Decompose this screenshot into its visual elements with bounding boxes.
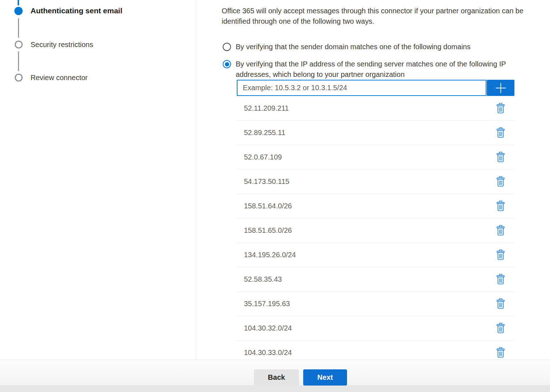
ip-value: 35.157.195.63 [244, 300, 290, 308]
trash-icon [496, 298, 505, 309]
ip-list-row: 52.11.209.211 [236, 96, 514, 121]
trash-icon [496, 200, 505, 212]
radio-option-label: By verifying that the IP address of the … [236, 59, 506, 79]
radio-option-label: By verifying that the sender domain matc… [236, 42, 471, 52]
delete-ip-button[interactable] [495, 248, 507, 262]
ip-value: 158.51.65.0/26 [244, 226, 292, 235]
ip-list-row: 52.89.255.11 [236, 121, 514, 145]
wizard-footer: Back Next [0, 360, 550, 392]
ip-list-row: 52.0.67.109 [236, 145, 514, 170]
delete-ip-button[interactable] [495, 126, 507, 140]
step-active-circle-icon [14, 7, 23, 15]
step-authenticating-sent-email: Authenticating sent email [31, 6, 123, 15]
wizard-stepper: Authenticating sent email Security restr… [0, 0, 196, 360]
trash-icon [496, 249, 505, 260]
stepper-connector-line [18, 18, 19, 38]
stepper-connector-line [18, 51, 19, 71]
delete-ip-button[interactable] [495, 199, 507, 213]
connector-wizard: Authenticating sent email Security restr… [0, 0, 550, 392]
ip-list-row: 158.51.65.0/26 [236, 218, 514, 243]
trash-icon [496, 323, 505, 334]
ip-list-row: 104.30.33.0/24 [236, 341, 514, 360]
step-circle-icon [15, 41, 23, 49]
intro-text: Office 365 will only accept messages thr… [222, 6, 550, 26]
back-button[interactable]: Back [254, 369, 299, 386]
radio-option-ip-address[interactable]: By verifying that the IP address of the … [223, 59, 506, 79]
ip-value: 52.58.35.43 [244, 275, 282, 283]
ip-list-row: 52.58.35.43 [236, 267, 514, 292]
step-review-connector: Review connector [31, 73, 88, 82]
step-circle-icon [15, 74, 23, 82]
ip-list-row: 54.173.50.115 [236, 170, 514, 194]
ip-value: 134.195.26.0/24 [244, 251, 296, 259]
trash-icon [496, 274, 505, 285]
ip-value: 52.89.255.11 [244, 129, 285, 137]
trash-icon [496, 127, 505, 138]
delete-ip-button[interactable] [495, 297, 507, 311]
delete-ip-button[interactable] [495, 101, 507, 115]
trash-icon [496, 176, 505, 187]
ip-list-row: 104.30.32.0/24 [236, 316, 514, 341]
add-ip-button[interactable] [487, 80, 514, 96]
ip-list-row: 158.51.64.0/26 [236, 194, 514, 218]
radio-option-sender-domain[interactable]: By verifying that the sender domain matc… [223, 42, 471, 52]
delete-ip-button[interactable] [495, 346, 507, 360]
wizard-content: Authenticating sent email Security restr… [0, 0, 550, 360]
step-content: Office 365 will only accept messages thr… [196, 0, 550, 360]
delete-ip-button[interactable] [495, 175, 507, 189]
ip-address-input[interactable] [237, 80, 486, 96]
delete-ip-button[interactable] [495, 223, 507, 237]
ip-value: 104.30.32.0/24 [244, 324, 292, 332]
radio-unselected-icon[interactable] [223, 43, 231, 51]
ip-value: 52.0.67.109 [244, 153, 282, 161]
trash-icon [496, 103, 505, 114]
stepper-completed-line [18, 0, 19, 5]
ip-value: 104.30.33.0/24 [244, 349, 292, 357]
delete-ip-button[interactable] [495, 150, 507, 164]
plus-icon [495, 82, 507, 94]
ip-address-list: 52.11.209.211 52.89.255.11 52. [236, 96, 514, 360]
next-button[interactable]: Next [303, 369, 347, 386]
trash-icon [496, 347, 505, 358]
footer-bottom-strip [0, 385, 550, 392]
delete-ip-button[interactable] [495, 272, 507, 286]
trash-icon [496, 152, 505, 163]
step-security-restrictions: Security restrictions [31, 40, 93, 49]
delete-ip-button[interactable] [495, 321, 507, 335]
ip-list-row: 35.157.195.63 [236, 292, 514, 316]
trash-icon [496, 225, 505, 236]
radio-selected-icon[interactable] [223, 60, 231, 68]
ip-value: 54.173.50.115 [244, 177, 289, 186]
ip-value: 158.51.64.0/26 [244, 202, 292, 210]
ip-list-row: 134.195.26.0/24 [236, 243, 514, 267]
ip-entry-row [237, 80, 514, 96]
ip-value: 52.11.209.211 [244, 104, 289, 112]
